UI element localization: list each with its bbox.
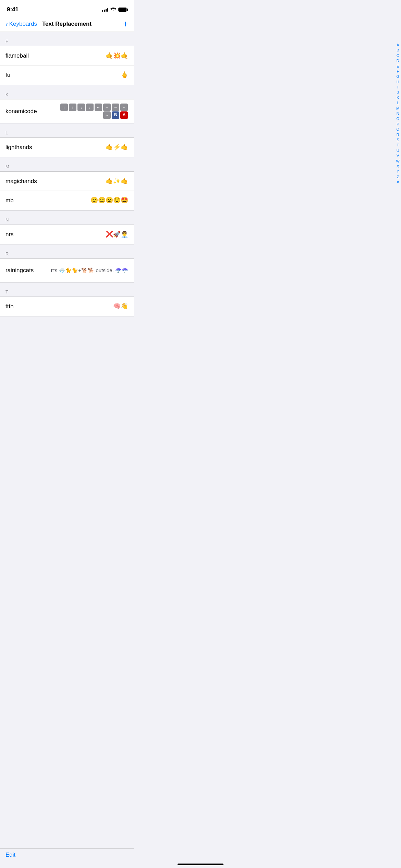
section-header-m: M — [0, 157, 134, 171]
row-label-magichands: magichands — [5, 178, 37, 185]
konami-a-button: A — [120, 111, 128, 119]
row-value-rainingcats: It's 🌧️🐈🐈+🐕🐕 outside. ☂️☂️ — [51, 267, 129, 274]
page-title: Text Replacement — [40, 21, 94, 27]
back-chevron-icon: ‹ — [5, 21, 8, 27]
konami-arrow-up2: ↑ — [69, 104, 76, 111]
row-value-nrs: ❌🚀👨‍💼 — [106, 230, 128, 238]
row-label-ttth: ttth — [5, 303, 14, 310]
table-group-k: konamicode ↑ ↑ ↓ ↓ ← ← → ← → B A — [0, 99, 134, 123]
row-label-konamicode: konamicode — [5, 108, 37, 115]
row-value-ttth: 🧠👋 — [113, 302, 128, 310]
row-value-mb: 🙂😐😮😟🤩 — [90, 196, 128, 204]
table-group-r: rainingcats It's 🌧️🐈🐈+🐕🐕 outside. ☂️☂️ — [0, 258, 134, 282]
back-button[interactable]: ‹ Keyboards — [5, 21, 40, 27]
konami-b-button: B — [112, 111, 119, 119]
status-icons — [102, 7, 127, 12]
row-label-rainingcats: rainingcats — [5, 267, 34, 274]
table-group-f: flameball 🤙💥🤙 fu 🖕 — [0, 46, 134, 85]
main-content: F flameball 🤙💥🤙 fu 🖕 K konamicode ↑ ↑ ↓ … — [0, 32, 134, 344]
konami-arrow-down1: ↓ — [77, 104, 85, 111]
row-label-mb: mb — [5, 197, 14, 204]
table-row[interactable]: magichands 🤙✨🤙 — [0, 172, 134, 191]
row-label-lighthands: lighthands — [5, 144, 32, 151]
konami-arrow-left1: ← — [95, 104, 102, 111]
table-row[interactable]: lighthands 🤙⚡🤙 — [0, 138, 134, 157]
konami-arrow-up1: ↑ — [60, 104, 68, 111]
section-header-l: L — [0, 123, 134, 137]
table-row[interactable]: nrs ❌🚀👨‍💼 — [0, 225, 134, 244]
table-group-l: lighthands 🤙⚡🤙 — [0, 137, 134, 157]
table-group-t: ttth 🧠👋 — [0, 297, 134, 316]
row-value-lighthands: 🤙⚡🤙 — [106, 143, 128, 151]
table-row[interactable]: fu 🖕 — [0, 65, 134, 85]
row-value-konamicode: ↑ ↑ ↓ ↓ ← ← → ← → B A — [54, 104, 128, 119]
status-time: 9:41 — [7, 6, 19, 13]
row-label-fu: fu — [5, 72, 10, 79]
wifi-icon — [110, 7, 116, 12]
table-row[interactable]: rainingcats It's 🌧️🐈🐈+🐕🐕 outside. ☂️☂️ — [0, 259, 134, 282]
row-value-flameball: 🤙💥🤙 — [106, 52, 128, 60]
section-header-n: N — [0, 210, 134, 225]
section-header-f: F — [0, 32, 134, 46]
section-header-r: R — [0, 244, 134, 258]
konami-arrow-down2: ↓ — [86, 104, 94, 111]
row-label-flameball: flameball — [5, 52, 29, 59]
konami-arrow-right1: → — [112, 104, 119, 111]
table-row[interactable]: mb 🙂😐😮😟🤩 — [0, 191, 134, 210]
konami-arrow-right2: → — [103, 111, 111, 119]
konami-arrow-left3: ← — [120, 104, 128, 111]
table-row[interactable]: flameball 🤙💥🤙 — [0, 46, 134, 65]
table-row[interactable]: ttth 🧠👋 — [0, 297, 134, 316]
status-bar: 9:41 — [0, 0, 134, 16]
battery-icon — [118, 8, 127, 12]
back-label: Keyboards — [9, 21, 37, 27]
table-row[interactable]: konamicode ↑ ↑ ↓ ↓ ← ← → ← → B A — [0, 99, 134, 123]
table-group-m: magichands 🤙✨🤙 mb 🙂😐😮😟🤩 — [0, 171, 134, 210]
row-value-magichands: 🤙✨🤙 — [106, 177, 128, 185]
section-header-t: T — [0, 282, 134, 297]
row-value-fu: 🖕 — [121, 71, 128, 79]
add-button[interactable]: + — [94, 19, 128, 29]
nav-bar: ‹ Keyboards Text Replacement + — [0, 16, 134, 32]
signal-bars-icon — [102, 8, 108, 12]
section-header-k: K — [0, 85, 134, 99]
table-group-n: nrs ❌🚀👨‍💼 — [0, 225, 134, 244]
konami-arrow-left2: ← — [103, 104, 111, 111]
row-label-nrs: nrs — [5, 231, 14, 238]
